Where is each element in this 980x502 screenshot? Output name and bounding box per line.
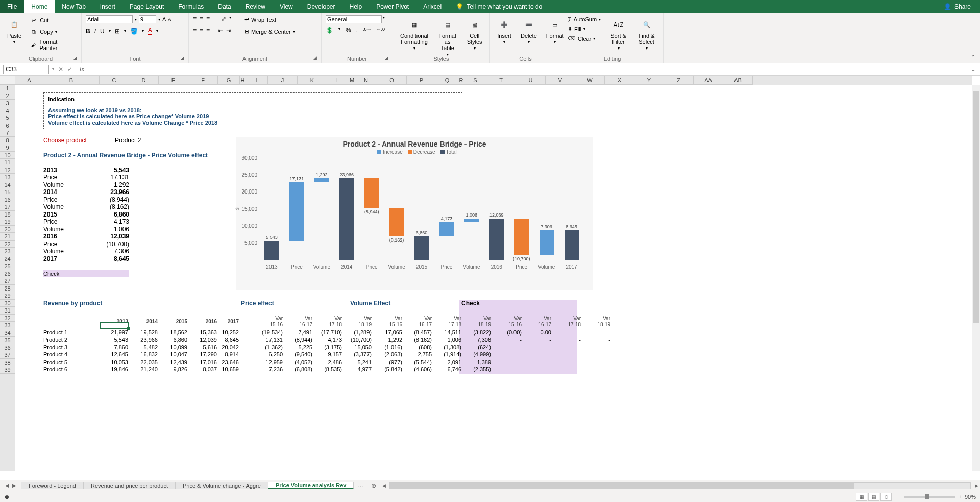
copy-button[interactable]: ⧉Copy ▾ (28, 27, 77, 37)
dialog-launcher-icon[interactable]: ◢ (313, 55, 320, 61)
select-all-corner[interactable] (0, 76, 15, 85)
row-header-17[interactable]: 17 (0, 203, 15, 211)
font-size-combo[interactable] (139, 15, 156, 23)
row-header-26[interactable]: 26 (0, 270, 15, 278)
dialog-launcher-icon[interactable]: ◢ (181, 55, 187, 61)
align-right-icon[interactable]: ≡ (206, 27, 210, 36)
align-top-icon[interactable]: ≡ (193, 15, 197, 24)
autosum-button[interactable]: ∑AutoSum ▾ (566, 15, 603, 23)
align-center-icon[interactable]: ≡ (200, 27, 203, 36)
row-header-35[interactable]: 35 (0, 337, 15, 344)
row-header-2[interactable]: 2 (0, 92, 15, 100)
fx-icon[interactable]: fx (77, 66, 87, 73)
merge-center-button[interactable]: ⊟Merge & Center ▾ (242, 27, 297, 36)
col-header-S[interactable]: S (464, 76, 486, 85)
col-header-G[interactable]: G (218, 76, 240, 85)
row-header-22[interactable]: 22 (0, 241, 15, 248)
font-color-button[interactable]: A (148, 27, 152, 35)
page-break-view-button[interactable]: ▯ (880, 493, 892, 501)
tab-next-icon[interactable]: ▶ (12, 483, 16, 488)
menu-power-pivot[interactable]: Power Pivot (369, 0, 416, 13)
wrap-text-button[interactable]: ↩Wrap Text (242, 15, 278, 24)
delete-cells-button[interactable]: ➖Delete▾ (518, 15, 540, 46)
waterfall-chart[interactable]: Product 2 - Annual Revenue Bridge - Pric… (236, 137, 593, 290)
page-layout-view-button[interactable]: ▤ (868, 493, 879, 501)
chevron-down-icon[interactable]: ▾ (124, 29, 126, 33)
row-header-3[interactable]: 3 (0, 100, 15, 107)
align-middle-icon[interactable]: ≡ (200, 15, 203, 24)
chevron-down-icon[interactable]: ▾ (109, 29, 111, 33)
sheet-tab[interactable]: Price Volume analysis Rev (268, 482, 354, 489)
chevron-down-icon[interactable]: ▾ (338, 27, 340, 34)
cut-button[interactable]: ✂Cut (28, 15, 77, 26)
row-header-8[interactable]: 8 (0, 137, 15, 145)
menu-developer[interactable]: Developer (300, 0, 342, 13)
vertical-scrollbar[interactable] (972, 85, 980, 471)
row-header-24[interactable]: 24 (0, 255, 15, 263)
row-header-21[interactable]: 21 (0, 233, 15, 241)
row-header-4[interactable]: 4 (0, 107, 15, 115)
menu-formulas[interactable]: Formulas (171, 0, 211, 13)
scroll-thumb[interactable] (390, 483, 854, 489)
underline-button[interactable]: U (100, 28, 105, 35)
row-header-30[interactable]: 30 (0, 300, 15, 307)
col-header-Q[interactable]: Q (436, 76, 458, 85)
increase-font-icon[interactable]: A (162, 16, 166, 22)
row-header-13[interactable]: 13 (0, 174, 15, 181)
col-header-AB[interactable]: AB (723, 76, 753, 85)
row-header-7[interactable]: 7 (0, 129, 15, 137)
sheet-more-button[interactable]: ··· (354, 482, 367, 489)
row-header-15[interactable]: 15 (0, 188, 15, 196)
menu-arixcel[interactable]: Arixcel (416, 0, 449, 13)
decrease-indent-icon[interactable]: ⇤ (218, 27, 223, 36)
dialog-launcher-icon[interactable]: ◢ (385, 55, 391, 61)
fill-button[interactable]: ⬇Fill ▾ (566, 25, 603, 33)
col-header-D[interactable]: D (129, 76, 159, 85)
col-header-A[interactable]: A (15, 76, 43, 85)
number-format-combo[interactable] (326, 15, 382, 23)
row-header-9[interactable]: 9 (0, 144, 15, 152)
cell-styles-button[interactable]: ▧Cell Styles▾ (463, 15, 485, 53)
col-header-E[interactable]: E (159, 76, 188, 85)
zoom-thumb[interactable] (925, 494, 929, 499)
col-header-Z[interactable]: Z (664, 76, 694, 85)
col-header-U[interactable]: U (516, 76, 546, 85)
hscroll-left-icon[interactable]: ◀ (380, 483, 387, 488)
col-header-J[interactable]: J (268, 76, 298, 85)
share-button[interactable]: 👤 Share (935, 0, 980, 13)
row-header-23[interactable]: 23 (0, 248, 15, 255)
menu-insert[interactable]: Insert (93, 0, 122, 13)
name-box[interactable] (3, 65, 49, 74)
align-bottom-icon[interactable]: ≡ (206, 15, 210, 24)
fill-color-button[interactable]: 🪣 (130, 28, 138, 35)
row-header-36[interactable]: 36 (0, 344, 15, 352)
menu-help[interactable]: Help (342, 0, 369, 13)
zoom-level[interactable]: 90% (965, 494, 976, 500)
row-header-19[interactable]: 19 (0, 218, 15, 226)
chevron-down-icon[interactable]: ▾ (383, 15, 385, 23)
col-header-X[interactable]: X (605, 76, 634, 85)
chevron-down-icon[interactable]: ▾ (156, 29, 158, 33)
hscroll-right-icon[interactable]: ▶ (973, 483, 980, 488)
row-header-31[interactable]: 31 (0, 307, 15, 315)
col-header-K[interactable]: K (298, 76, 327, 85)
sheet-tab[interactable]: Revenue and price per product (84, 482, 176, 489)
accounting-format-icon[interactable]: 💲 (326, 27, 333, 34)
col-header-P[interactable]: P (407, 76, 436, 85)
decrease-font-icon[interactable]: A (168, 17, 171, 22)
row-header-39[interactable]: 39 (0, 366, 15, 374)
col-header-F[interactable]: F (188, 76, 218, 85)
col-header-AA[interactable]: AA (694, 76, 723, 85)
increase-indent-icon[interactable]: ⇥ (226, 27, 231, 36)
row-header-27[interactable]: 27 (0, 277, 15, 285)
comma-icon[interactable]: , (356, 27, 358, 34)
col-header-O[interactable]: O (377, 76, 407, 85)
row-header-32[interactable]: 32 (0, 315, 15, 322)
col-header-N[interactable]: N (355, 76, 377, 85)
sheet-tab[interactable]: Foreword - Legend (21, 482, 84, 489)
column-headers[interactable]: ABCDEFGHIJKLMNOPQRSTUVWXYZAAAB (15, 76, 972, 85)
row-header-20[interactable]: 20 (0, 226, 15, 233)
formula-input[interactable] (87, 65, 967, 74)
dialog-launcher-icon[interactable]: ◢ (74, 55, 80, 61)
col-header-B[interactable]: B (43, 76, 100, 85)
